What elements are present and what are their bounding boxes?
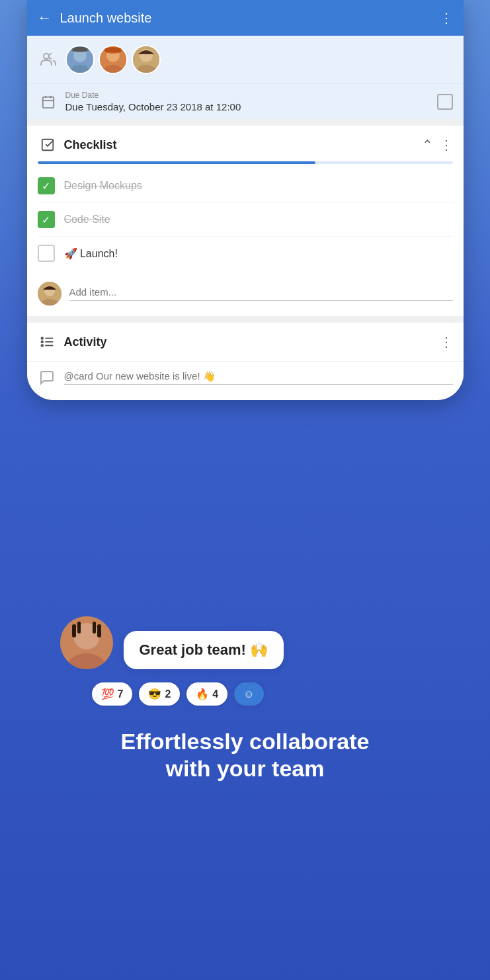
add-item-avatar — [38, 282, 61, 306]
add-reaction-button[interactable]: ☺ — [234, 682, 263, 706]
members-row — [27, 36, 464, 83]
add-item-input[interactable] — [69, 286, 453, 301]
check-icon: ✓ — [42, 214, 50, 226]
back-button[interactable]: ← — [38, 9, 52, 26]
svg-rect-33 — [93, 622, 96, 633]
checklist-item-text: 🚀 Launch! — [64, 247, 118, 260]
calendar-icon — [38, 91, 59, 112]
reaction-count-100: 7 — [118, 688, 124, 700]
reaction-100[interactable]: 💯 7 — [92, 682, 133, 706]
due-date-row: Due Date Due Tuesday, October 23 2018 at… — [27, 83, 464, 119]
checklist-more-button[interactable]: ⋮ — [440, 137, 453, 153]
due-date-checkbox[interactable] — [437, 94, 453, 110]
reaction-cool[interactable]: 😎 2 — [139, 682, 180, 706]
section-divider-2 — [27, 316, 464, 323]
reactions-row: 💯 7 😎 2 🔥 4 ☺ — [92, 682, 462, 706]
svg-point-0 — [44, 54, 49, 59]
header-bar: ← Launch website ⋮ — [27, 0, 464, 36]
reaction-count-cool: 2 — [165, 688, 171, 700]
chat-message-text: Great job team! 🙌 — [140, 641, 268, 658]
avatar-member-1[interactable] — [65, 45, 95, 74]
phone-mockup: ← Launch website ⋮ — [27, 0, 464, 400]
due-date-value: Due Tuesday, October 23 2018 at 12:00 — [65, 101, 437, 112]
svg-rect-18 — [42, 140, 53, 151]
checklist-item: ✓ Code Site — [38, 203, 453, 237]
more-menu-button[interactable]: ⋮ — [440, 10, 453, 26]
svg-rect-5 — [73, 47, 87, 51]
svg-rect-31 — [72, 624, 76, 637]
member-avatars-list — [65, 45, 161, 74]
page-title: Launch website — [60, 11, 440, 26]
tagline-line1: Effortlessly collaborate — [120, 728, 369, 755]
avatar-member-3[interactable] — [132, 45, 161, 74]
bottom-section: Great job team! 🙌 💯 7 😎 2 🔥 4 ☺ Effortle… — [0, 596, 490, 980]
activity-icon — [38, 332, 58, 352]
reaction-emoji-cool: 😎 — [148, 688, 161, 700]
activity-more-button[interactable]: ⋮ — [440, 334, 453, 350]
reaction-count-fire: 4 — [212, 688, 218, 700]
add-reaction-icon: ☺ — [243, 688, 254, 700]
svg-point-25 — [41, 337, 43, 339]
checklist-collapse-button[interactable]: ⌃ — [422, 137, 433, 153]
checklist-item: 🚀 Launch! — [38, 237, 453, 270]
checklist-items: ✓ Design Mockups ✓ Code Site 🚀 Launch! — [27, 164, 464, 275]
chat-bubble: Great job team! 🙌 — [124, 631, 284, 669]
svg-rect-10 — [105, 48, 121, 52]
svg-rect-34 — [97, 624, 101, 637]
tagline-line2: with your team — [120, 755, 369, 782]
checkbox-design-mockups[interactable]: ✓ — [38, 177, 55, 194]
avatar-member-2[interactable] — [99, 45, 128, 74]
checkbox-launch[interactable] — [38, 245, 55, 262]
reaction-emoji-100: 💯 — [101, 688, 114, 700]
checklist-item: ✓ Design Mockups — [38, 169, 453, 203]
reaction-emoji-fire: 🔥 — [196, 688, 209, 700]
checklist-item-text: Code Site — [64, 214, 110, 225]
svg-point-26 — [41, 341, 43, 343]
comment-row — [27, 361, 464, 400]
chat-row: Great job team! 🙌 — [60, 616, 430, 669]
chat-avatar — [60, 616, 113, 669]
checklist-title: Checklist — [64, 138, 422, 152]
tagline: Effortlessly collaborate with your team — [81, 728, 409, 782]
svg-rect-32 — [77, 622, 81, 633]
checkbox-code-site[interactable]: ✓ — [38, 211, 55, 228]
comment-icon — [38, 368, 56, 387]
checklist-icon — [38, 135, 58, 155]
members-icon — [38, 49, 59, 70]
check-icon: ✓ — [42, 180, 50, 192]
reaction-fire[interactable]: 🔥 4 — [186, 682, 227, 706]
checklist-header: Checklist ⌃ ⋮ — [27, 126, 464, 155]
activity-header: Activity ⋮ — [27, 323, 464, 361]
section-divider-1 — [27, 119, 464, 126]
checklist-actions: ⌃ ⋮ — [422, 137, 453, 153]
due-date-content: Due Date Due Tuesday, October 23 2018 at… — [65, 91, 437, 112]
comment-input[interactable] — [64, 370, 453, 385]
checklist-item-text: Design Mockups — [64, 180, 142, 192]
due-date-label: Due Date — [65, 91, 437, 100]
svg-rect-14 — [42, 97, 54, 108]
svg-point-27 — [41, 345, 43, 347]
activity-title: Activity — [64, 335, 440, 349]
add-item-row — [27, 275, 464, 316]
